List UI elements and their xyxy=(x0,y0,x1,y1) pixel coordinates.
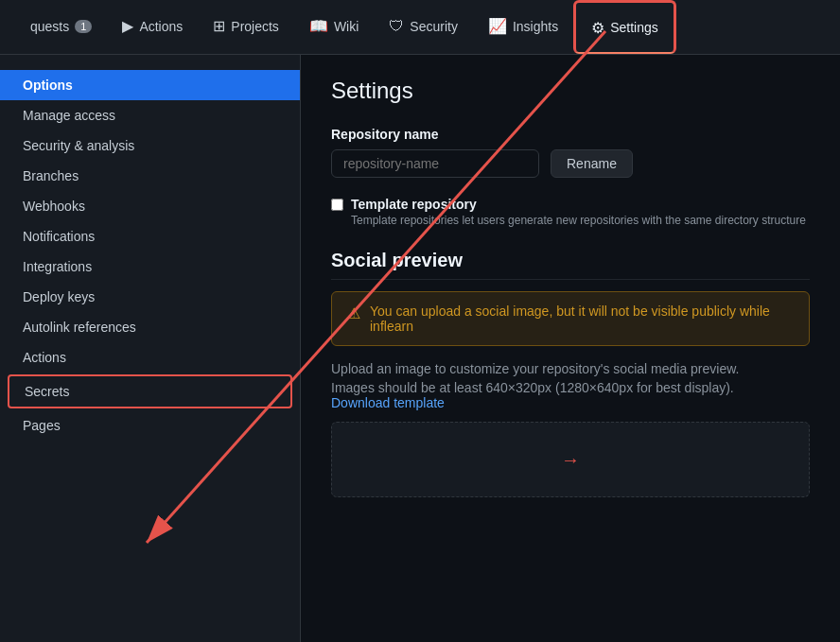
upload-desc: Upload an image to customize your reposi… xyxy=(331,361,810,376)
sidebar-item-manage-access[interactable]: Manage access xyxy=(0,100,300,130)
sidebar-item-branches-label: Branches xyxy=(23,168,79,183)
projects-icon: ⊞ xyxy=(213,17,225,35)
main-layout: Options Manage access Security & analysi… xyxy=(0,55,840,642)
sidebar-item-actions[interactable]: Actions xyxy=(0,342,300,373)
upload-arrow-icon: → xyxy=(561,449,580,471)
page-title: Settings xyxy=(331,78,810,104)
warning-icon: ⚠ xyxy=(347,304,360,322)
repo-name-input[interactable] xyxy=(331,149,539,178)
sidebar-item-options-label: Options xyxy=(23,78,73,93)
template-repo-row: Template repository Template repositorie… xyxy=(331,197,810,227)
wiki-label: Wiki xyxy=(334,19,359,34)
projects-label: Projects xyxy=(231,19,279,34)
alert-box: ⚠ You can upload a social image, but it … xyxy=(331,291,810,346)
insights-label: Insights xyxy=(513,19,558,34)
download-template-link[interactable]: Download template xyxy=(331,395,445,410)
sidebar-item-deploy-keys-label: Deploy keys xyxy=(23,289,95,304)
settings-icon: ⚙ xyxy=(591,19,604,37)
template-repo-text: Template repository Template repositorie… xyxy=(351,197,806,227)
sidebar-item-webhooks[interactable]: Webhooks xyxy=(0,191,300,221)
template-repo-desc: Template repositories let users generate… xyxy=(351,214,806,227)
template-repo-checkbox[interactable] xyxy=(331,199,343,211)
sidebar-item-autolink-references[interactable]: Autolink references xyxy=(0,312,300,342)
sidebar-item-secrets[interactable]: Secrets xyxy=(8,374,292,408)
sidebar-item-autolink-references-label: Autolink references xyxy=(23,320,136,335)
nav-item-projects[interactable]: ⊞ Projects xyxy=(198,0,294,54)
rename-button[interactable]: Rename xyxy=(551,149,633,178)
security-icon: 🛡 xyxy=(389,18,404,35)
sidebar-item-integrations-label: Integrations xyxy=(23,259,92,274)
nav-item-actions[interactable]: ▶ Actions xyxy=(107,0,198,54)
sidebar-item-security-analysis-label: Security & analysis xyxy=(23,138,134,153)
actions-icon: ▶ xyxy=(122,17,133,35)
repo-name-label: Repository name xyxy=(331,127,810,142)
requests-label: quests xyxy=(30,19,69,34)
upload-area[interactable]: → xyxy=(331,422,810,497)
sidebar-item-manage-access-label: Manage access xyxy=(23,108,115,123)
sidebar-item-options[interactable]: Options xyxy=(0,70,300,100)
insights-icon: 📈 xyxy=(488,17,507,35)
sidebar-item-actions-label: Actions xyxy=(23,350,66,365)
social-preview-heading: Social preview xyxy=(331,250,810,280)
main-content: Settings Repository name Rename Template… xyxy=(301,55,840,642)
nav-item-requests[interactable]: quests 1 xyxy=(15,0,107,54)
settings-label: Settings xyxy=(610,20,658,35)
top-nav: quests 1 ▶ Actions ⊞ Projects 📖 Wiki 🛡 S… xyxy=(0,0,840,55)
repo-name-row: Rename xyxy=(331,149,810,178)
actions-label: Actions xyxy=(139,19,183,34)
nav-item-security[interactable]: 🛡 Security xyxy=(374,0,473,54)
alert-text: You can upload a social image, but it wi… xyxy=(370,304,794,334)
sidebar-item-integrations[interactable]: Integrations xyxy=(0,252,300,282)
sidebar-item-notifications[interactable]: Notifications xyxy=(0,221,300,252)
security-label: Security xyxy=(410,19,458,34)
sidebar-item-notifications-label: Notifications xyxy=(23,229,95,244)
sidebar-item-webhooks-label: Webhooks xyxy=(23,199,85,214)
sidebar: Options Manage access Security & analysi… xyxy=(0,55,301,642)
size-hint: Images should be at least 640×320px (128… xyxy=(331,380,810,395)
sidebar-item-branches[interactable]: Branches xyxy=(0,161,300,191)
sidebar-item-deploy-keys[interactable]: Deploy keys xyxy=(0,282,300,312)
nav-item-settings[interactable]: ⚙ Settings xyxy=(573,0,676,54)
sidebar-item-security-analysis[interactable]: Security & analysis xyxy=(0,130,300,161)
sidebar-item-secrets-label: Secrets xyxy=(25,384,69,399)
nav-item-wiki[interactable]: 📖 Wiki xyxy=(294,0,374,54)
template-repo-label[interactable]: Template repository xyxy=(351,197,477,212)
nav-item-insights[interactable]: 📈 Insights xyxy=(473,0,573,54)
sidebar-item-pages[interactable]: Pages xyxy=(0,410,300,441)
sidebar-item-pages-label: Pages xyxy=(23,418,61,433)
requests-badge: 1 xyxy=(75,20,92,33)
wiki-icon: 📖 xyxy=(309,17,328,35)
repo-name-group: Repository name Rename xyxy=(331,127,810,178)
